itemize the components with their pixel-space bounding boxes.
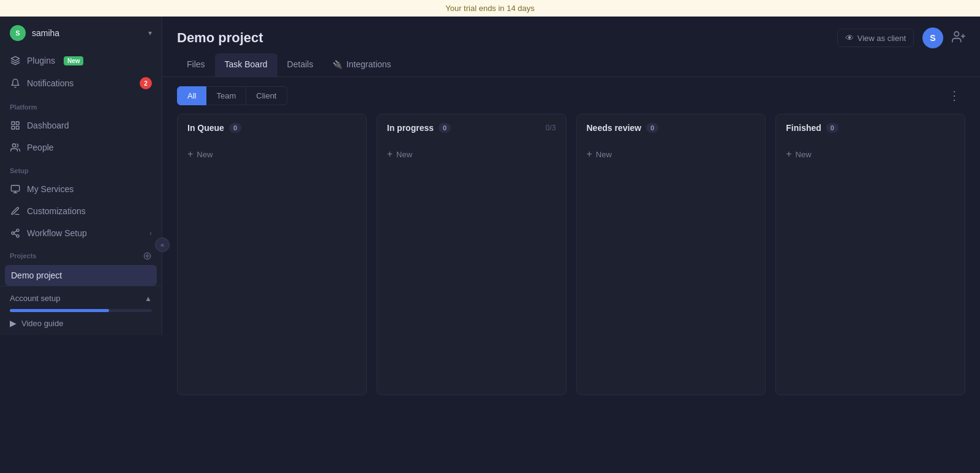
plus-icon: + (187, 149, 193, 160)
tab-integrations[interactable]: 🔌 Integrations (323, 53, 401, 76)
collapse-sidebar-button[interactable]: « (155, 237, 170, 252)
tab-files[interactable]: Files (177, 53, 215, 76)
column-body-in-queue: + New (178, 140, 366, 395)
new-task-label: New (396, 150, 412, 159)
sidebar-bottom: Account setup ▲ ▶ Video guide (0, 286, 162, 335)
plugins-icon (10, 55, 21, 66)
svg-line-11 (14, 234, 17, 236)
sidebar-item-people[interactable]: People (0, 136, 162, 158)
add-task-in-progress-button[interactable]: + New (387, 145, 556, 163)
column-header-in-progress: In progress 0 0/3 (377, 114, 566, 140)
main-content: Demo project 👁 View as client S Files (162, 17, 980, 473)
kanban-column-in-queue: In Queue 0 + New (177, 114, 367, 395)
svg-rect-5 (11, 185, 19, 191)
setup-section-label: Setup (0, 158, 162, 178)
add-task-in-queue-button[interactable]: + New (187, 145, 356, 163)
finished-count: 0 (826, 123, 839, 133)
view-as-client-button[interactable]: 👁 View as client (837, 29, 914, 47)
progress-bar-container (10, 309, 152, 312)
svg-line-12 (14, 231, 17, 233)
user-menu[interactable]: S samiha ▾ (0, 17, 162, 50)
column-title-needs-review: Needs review (587, 123, 642, 133)
video-guide-label: Video guide (21, 319, 63, 328)
plus-icon: + (387, 149, 393, 160)
in-progress-ratio: 0/3 (546, 124, 556, 132)
tab-details-label: Details (287, 59, 314, 69)
kanban-column-in-progress: In progress 0 0/3 + New (377, 114, 567, 395)
svg-rect-3 (12, 126, 15, 129)
svg-rect-0 (12, 122, 15, 125)
sidebar: S samiha ▾ Plugins New Notifications 2 (0, 17, 162, 335)
new-task-label: New (796, 150, 812, 159)
add-task-needs-review-button[interactable]: + New (587, 145, 756, 163)
column-title-in-progress: In progress (387, 123, 434, 133)
video-guide-icon: ▶ (10, 318, 17, 328)
add-user-icon[interactable] (952, 30, 965, 47)
account-setup-header[interactable]: Account setup ▲ (10, 294, 152, 303)
tab-integrations-label: Integrations (346, 59, 391, 69)
needs-review-count: 0 (646, 123, 658, 133)
tabs-bar: Files Task Board Details 🔌 Integrations (162, 53, 980, 77)
trial-banner-text: Your trial ends in 14 days (445, 4, 535, 13)
chevron-down-icon: ▾ (148, 29, 152, 37)
filter-bar: All Team Client ⋮ (162, 77, 980, 114)
filter-team-button[interactable]: Team (206, 86, 246, 105)
new-task-label: New (596, 150, 612, 159)
sidebar-item-demo-project[interactable]: Demo project (5, 265, 157, 286)
tab-task-board[interactable]: Task Board (215, 53, 277, 76)
in-queue-count: 0 (229, 123, 241, 133)
kanban-column-finished: Finished 0 + New (775, 114, 965, 395)
projects-label: Projects (10, 252, 36, 259)
sidebar-item-workflow-setup[interactable]: Workflow Setup › (0, 222, 162, 244)
filter-all-button[interactable]: All (177, 86, 206, 105)
header-actions: 👁 View as client S (837, 28, 965, 48)
plugins-label: Plugins (27, 56, 55, 65)
puzzle-icon: 🔌 (333, 60, 342, 69)
column-header-needs-review: Needs review 0 (577, 114, 766, 140)
workflow-icon (10, 228, 21, 239)
people-icon (10, 142, 21, 153)
bell-icon (10, 78, 21, 89)
column-body-needs-review: + New (577, 140, 766, 395)
tab-details[interactable]: Details (277, 53, 323, 76)
dashboard-label: Dashboard (27, 121, 69, 130)
new-task-label: New (197, 150, 213, 159)
sidebar-item-dashboard[interactable]: Dashboard (0, 114, 162, 136)
header-avatar: S (922, 28, 943, 48)
plus-icon: + (786, 149, 791, 160)
column-title-in-queue: In Queue (187, 123, 224, 133)
svg-point-13 (954, 31, 959, 35)
platform-section-label: Platform (0, 95, 162, 114)
sidebar-item-notifications[interactable]: Notifications 2 (0, 72, 162, 95)
projects-section-header: Projects ⊕ (0, 244, 162, 265)
account-setup-title: Account setup (10, 294, 60, 303)
video-guide-item[interactable]: ▶ Video guide (10, 318, 152, 328)
svg-rect-2 (16, 126, 19, 129)
svg-point-4 (12, 144, 15, 147)
column-header-finished: Finished 0 (776, 114, 965, 140)
chevron-right-icon: › (149, 229, 152, 237)
more-options-button[interactable]: ⋮ (943, 86, 965, 105)
in-progress-count: 0 (439, 123, 451, 133)
column-header-in-queue: In Queue 0 (178, 114, 366, 140)
add-task-finished-button[interactable]: + New (786, 145, 955, 163)
workflow-setup-label: Workflow Setup (27, 228, 87, 238)
eye-icon: 👁 (845, 33, 854, 43)
tab-task-board-label: Task Board (225, 59, 268, 69)
dashboard-icon (10, 120, 21, 131)
sidebar-item-my-services[interactable]: My Services (0, 178, 162, 200)
add-project-button[interactable]: ⊕ (143, 250, 152, 261)
notifications-label: Notifications (27, 78, 74, 88)
filter-client-button[interactable]: Client (246, 86, 287, 105)
my-services-icon (10, 184, 21, 195)
kanban-board: In Queue 0 + New In progress 0 (162, 114, 980, 473)
sidebar-item-customizations[interactable]: Customizations (0, 200, 162, 222)
collapse-icon: « (160, 241, 164, 248)
demo-project-label: Demo project (11, 270, 62, 280)
customizations-icon (10, 206, 21, 217)
column-body-in-progress: + New (377, 140, 566, 395)
tab-files-label: Files (187, 59, 205, 69)
sidebar-item-plugins[interactable]: Plugins New (0, 50, 162, 72)
svg-rect-1 (16, 122, 19, 125)
avatar-initial: S (930, 33, 935, 43)
